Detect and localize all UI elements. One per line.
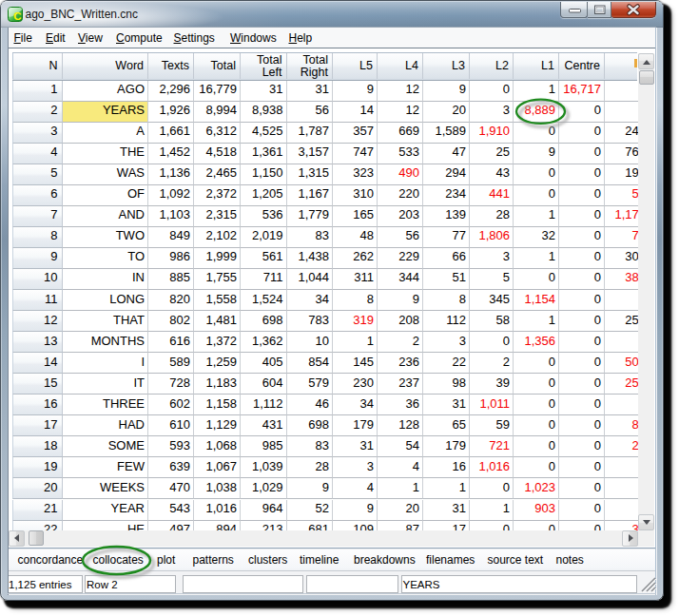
- svg-text:C: C: [13, 10, 21, 22]
